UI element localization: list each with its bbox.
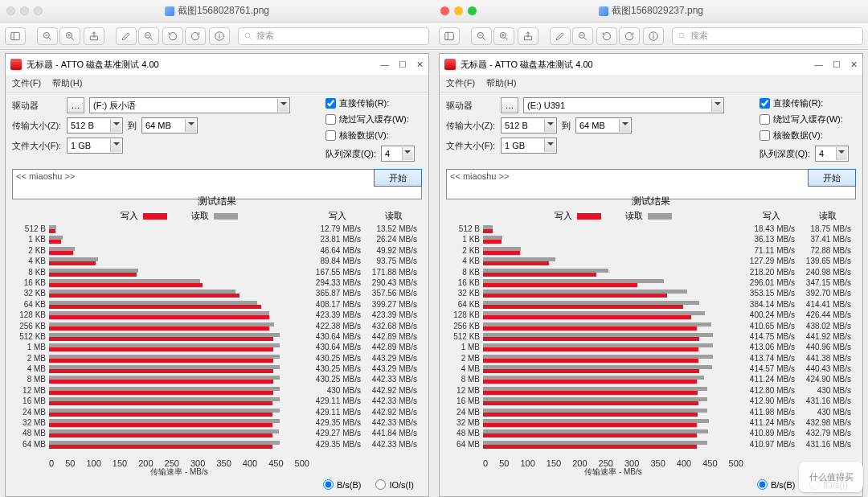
annotate-button[interactable] — [550, 27, 571, 45]
share-button[interactable] — [518, 27, 538, 45]
minimize-button[interactable]: — — [814, 60, 823, 70]
combo-box[interactable]: 1 GB — [501, 138, 557, 154]
bar-row — [483, 288, 743, 298]
start-button[interactable]: 开始 — [374, 169, 422, 187]
zoom-in-button[interactable] — [59, 27, 80, 45]
window-title: 截图1568029237.png — [434, 4, 868, 18]
read-value: 440.96 MB/s — [800, 342, 851, 352]
combo-box[interactable]: 1 GB — [67, 138, 123, 154]
size-label: 2 MB — [27, 353, 46, 364]
combo-box[interactable]: 512 B — [501, 117, 557, 133]
checkbox-verify[interactable]: 核验数据(V): — [760, 129, 856, 142]
svg-line-4 — [49, 37, 51, 39]
write-value: 218.20 MB/s — [743, 267, 795, 277]
size-label: 256 KB — [453, 321, 480, 331]
menu-file[interactable]: 文件(F) — [12, 77, 41, 89]
close-icon[interactable] — [6, 6, 15, 15]
zoom-out-button-2[interactable] — [138, 27, 159, 45]
minimize-icon[interactable] — [20, 6, 29, 15]
write-bar — [483, 283, 637, 287]
start-button[interactable]: 开始 — [808, 169, 856, 187]
checkbox-direct[interactable]: 直接传输(R): — [760, 97, 856, 109]
search-input[interactable]: 搜索 — [672, 27, 863, 45]
read-value: 399.27 MB/s — [366, 299, 417, 310]
annotate-button[interactable] — [116, 27, 137, 45]
browse-button[interactable]: … — [501, 97, 518, 113]
app-titlebar[interactable]: 无标题 - ATTO 磁盘基准测试 4.00 — ☐ ✕ — [6, 54, 428, 75]
rotate-right-button[interactable] — [185, 27, 206, 45]
write-value: 430.64 MB/s — [309, 342, 361, 352]
rotate-left-button[interactable] — [162, 27, 183, 45]
write-bar — [483, 380, 697, 384]
radio-io[interactable]: IO/s(I) — [375, 479, 414, 490]
traffic-lights[interactable] — [440, 6, 477, 15]
combo-box[interactable]: (F:) 辰小语 — [89, 97, 290, 113]
minimize-icon[interactable] — [454, 6, 463, 15]
read-value: 392.70 MB/s — [800, 288, 851, 298]
info-button[interactable] — [209, 27, 230, 45]
bar-row — [49, 364, 309, 374]
checkbox-bypass[interactable]: 绕过写入缓存(W): — [760, 113, 856, 125]
read-values-col: 18.75 MB/s37.41 MB/s72.88 MB/s139.65 MB/… — [800, 224, 856, 458]
share-button[interactable] — [84, 27, 104, 45]
zoom-out-button[interactable] — [471, 27, 492, 45]
size-label: 8 KB — [462, 267, 480, 277]
search-input[interactable]: 搜索 — [238, 27, 429, 45]
maximize-icon[interactable] — [468, 6, 477, 15]
rotate-right-button[interactable] — [619, 27, 640, 45]
app-titlebar[interactable]: 无标题 - ATTO 磁盘基准测试 4.00 — ☐ ✕ — [440, 54, 862, 75]
combo-box[interactable]: 64 MB — [575, 117, 632, 133]
size-label: 48 MB — [23, 428, 46, 438]
browse-button[interactable]: … — [67, 97, 84, 113]
checkbox-verify[interactable]: 核验数据(V): — [326, 129, 422, 142]
checkbox-direct[interactable]: 直接传输(R): — [326, 97, 422, 109]
zoom-in-button[interactable] — [493, 27, 514, 45]
zoom-out-button-2[interactable] — [572, 27, 593, 45]
close-button[interactable]: ✕ — [416, 60, 424, 70]
label-xfer-size: 传输大小(Z): — [446, 120, 496, 132]
read-value: 443.29 MB/s — [366, 353, 417, 364]
traffic-lights[interactable] — [6, 6, 43, 15]
minimize-button[interactable]: — — [380, 60, 389, 70]
read-value: 171.88 MB/s — [366, 267, 417, 277]
results-title: 测试结果 — [446, 195, 856, 208]
bar-row — [49, 234, 309, 244]
maximize-button[interactable]: ☐ — [399, 60, 407, 70]
maximize-button[interactable]: ☐ — [833, 60, 841, 70]
combo-box[interactable]: 64 MB — [141, 117, 198, 133]
radio-bytes[interactable]: B/s(B) — [757, 479, 796, 490]
maximize-icon[interactable] — [34, 6, 43, 15]
close-button[interactable]: ✕ — [850, 60, 858, 70]
size-label: 16 KB — [24, 277, 46, 288]
size-label: 4 KB — [462, 256, 480, 266]
read-value: 347.15 MB/s — [800, 277, 851, 288]
menu-help[interactable]: 帮助(H) — [486, 77, 516, 89]
combo-box[interactable]: (E:) U391 — [523, 97, 724, 113]
write-bar — [483, 251, 520, 255]
read-value: 37.41 MB/s — [800, 234, 851, 244]
sidebar-toggle-button[interactable] — [5, 27, 26, 45]
checkbox-bypass[interactable]: 绕过写入缓存(W): — [326, 113, 422, 125]
write-bar — [483, 273, 596, 277]
mac-toolbar: 搜索 — [434, 23, 868, 50]
sidebar-toggle-button[interactable] — [439, 27, 460, 45]
window-title: 截图1568028761.png — [0, 4, 434, 18]
zoom-out-button[interactable] — [37, 27, 58, 45]
info-button[interactable] — [643, 27, 664, 45]
menu-file[interactable]: 文件(F) — [446, 77, 475, 89]
write-value: 429.27 MB/s — [309, 428, 361, 438]
preview-pane-0: 截图1568028761.png 搜索 无标题 - ATTO 磁盘基准测试 4.… — [0, 0, 434, 497]
write-value: 430.64 MB/s — [309, 331, 361, 342]
combo-box[interactable]: 4 — [815, 146, 849, 162]
image-icon — [165, 6, 174, 16]
combo-box[interactable]: 512 B — [67, 117, 123, 133]
bar-row — [483, 277, 743, 288]
menu-help[interactable]: 帮助(H) — [52, 77, 82, 89]
radio-bytes[interactable]: B/s(B) — [323, 479, 362, 490]
rotate-left-button[interactable] — [596, 27, 617, 45]
read-value: 440.43 MB/s — [800, 364, 851, 374]
size-label: 16 KB — [458, 277, 480, 288]
close-icon[interactable] — [440, 6, 449, 15]
write-bar — [49, 305, 261, 309]
combo-box[interactable]: 4 — [381, 146, 415, 162]
